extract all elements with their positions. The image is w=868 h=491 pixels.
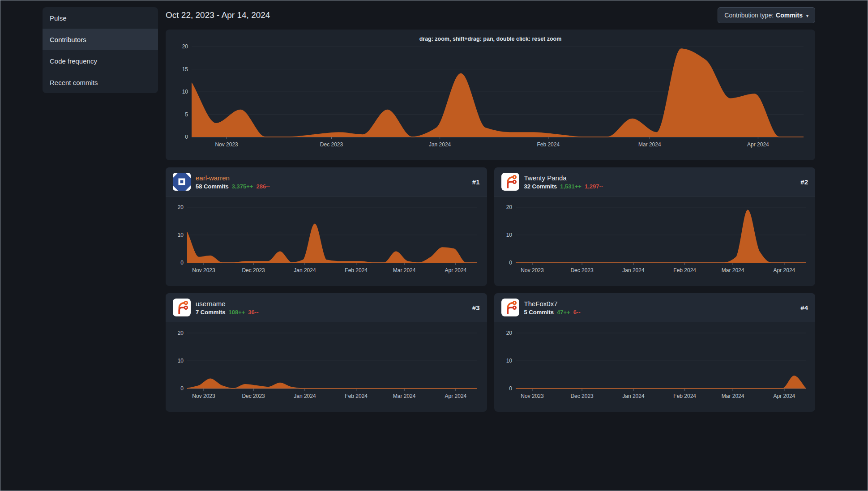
- svg-text:20: 20: [506, 330, 512, 336]
- contributor-stats: 58 Commits 3,375++ 286--: [196, 183, 467, 190]
- contributor-stats: 7 Commits 108++ 36--: [196, 309, 467, 316]
- svg-text:Feb 2024: Feb 2024: [673, 393, 696, 399]
- svg-text:Feb 2024: Feb 2024: [345, 393, 368, 399]
- chart-zoom-hint: drag: zoom, shift+drag: pan, double clic…: [173, 36, 808, 42]
- avatar-forgejo-logo: [501, 299, 519, 316]
- additions-count: 108++: [228, 309, 245, 316]
- contributor-info: earl-warren 58 Commits 3,375++ 286--: [196, 174, 467, 190]
- contributor-info: TheFox0x7 5 Commits 47++ 6--: [524, 300, 796, 316]
- sidebar-item-label: Code frequency: [50, 57, 97, 65]
- svg-text:20: 20: [182, 43, 188, 50]
- svg-text:Dec 2023: Dec 2023: [242, 267, 265, 273]
- chevron-down-icon: ▾: [806, 13, 808, 18]
- contributor-activity-chart[interactable]: 01020Nov 2023Dec 2023Jan 2024Feb 2024Mar…: [499, 196, 811, 283]
- contributor-name: TheFox0x7: [524, 300, 796, 307]
- avatar-forgejo-logo: [501, 173, 519, 191]
- contributor-info: Twenty Panda 32 Commits 1,531++ 1,297--: [524, 174, 796, 190]
- contributor-card-2: Twenty Panda 32 Commits 1,531++ 1,297-- …: [494, 167, 816, 286]
- main-content: Oct 22, 2023 - Apr 14, 2024 Contribution…: [166, 7, 815, 412]
- deletions-count: 6--: [573, 309, 581, 316]
- additions-count: 47++: [557, 309, 570, 316]
- svg-text:Feb 2024: Feb 2024: [537, 141, 560, 148]
- contributor-name-link[interactable]: earl-warren: [196, 174, 467, 182]
- rank-badge: #3: [472, 304, 480, 312]
- svg-text:20: 20: [178, 204, 184, 210]
- svg-text:10: 10: [178, 232, 184, 238]
- svg-text:Mar 2024: Mar 2024: [393, 393, 416, 399]
- contribution-type-dropdown[interactable]: Contribution type: Commits ▾: [718, 7, 815, 23]
- svg-text:Nov 2023: Nov 2023: [521, 267, 544, 273]
- contributor-grid: earl-warren 58 Commits 3,375++ 286-- #1 …: [166, 167, 815, 412]
- contributors-page: Pulse Contributors Code frequency Recent…: [0, 0, 868, 412]
- contributor-name: Twenty Panda: [524, 174, 796, 182]
- overall-activity-card: drag: zoom, shift+drag: pan, double clic…: [166, 30, 815, 160]
- additions-count: 3,375++: [232, 183, 253, 190]
- contributor-activity-chart[interactable]: 01020Nov 2023Dec 2023Jan 2024Feb 2024Mar…: [170, 322, 483, 409]
- svg-text:10: 10: [182, 89, 188, 95]
- svg-text:Dec 2023: Dec 2023: [570, 393, 594, 399]
- svg-text:Mar 2024: Mar 2024: [721, 393, 744, 399]
- svg-text:0: 0: [180, 260, 184, 266]
- svg-text:Mar 2024: Mar 2024: [393, 267, 416, 273]
- svg-text:Jan 2024: Jan 2024: [429, 141, 451, 148]
- svg-text:Jan 2024: Jan 2024: [294, 393, 316, 399]
- svg-text:0: 0: [509, 260, 512, 266]
- svg-text:Apr 2024: Apr 2024: [773, 393, 795, 399]
- avatar-identicon[interactable]: [173, 173, 191, 191]
- svg-text:Dec 2023: Dec 2023: [242, 393, 265, 399]
- svg-text:5: 5: [185, 111, 188, 118]
- rank-badge: #4: [800, 304, 808, 312]
- svg-text:Apr 2024: Apr 2024: [445, 267, 467, 273]
- avatar-forgejo-logo: [173, 299, 191, 316]
- svg-text:Nov 2023: Nov 2023: [215, 141, 238, 148]
- area-chart-svg: 01020Nov 2023Dec 2023Jan 2024Feb 2024Mar…: [170, 322, 483, 407]
- contributor-name: username: [196, 300, 467, 307]
- svg-text:Apr 2024: Apr 2024: [747, 141, 769, 148]
- sidebar-item-pulse[interactable]: Pulse: [43, 7, 158, 29]
- svg-text:Jan 2024: Jan 2024: [622, 267, 645, 273]
- svg-text:10: 10: [506, 232, 512, 238]
- svg-text:Apr 2024: Apr 2024: [445, 393, 467, 399]
- sidebar-item-recent-commits[interactable]: Recent commits: [43, 72, 158, 93]
- deletions-count: 36--: [248, 309, 258, 316]
- svg-text:0: 0: [509, 385, 512, 392]
- svg-text:10: 10: [506, 358, 512, 364]
- svg-text:Nov 2023: Nov 2023: [521, 393, 544, 399]
- area-chart-svg: 01020Nov 2023Dec 2023Jan 2024Feb 2024Mar…: [170, 196, 483, 282]
- commit-count: 58 Commits: [196, 183, 229, 190]
- svg-text:0: 0: [185, 134, 188, 140]
- contributor-header: TheFox0x7 5 Commits 47++ 6-- #4: [494, 293, 816, 322]
- contributor-info: username 7 Commits 108++ 36--: [196, 300, 467, 316]
- contributor-chart-wrap: 01020Nov 2023Dec 2023Jan 2024Feb 2024Mar…: [166, 196, 487, 286]
- contributor-header: earl-warren 58 Commits 3,375++ 286-- #1: [166, 167, 487, 196]
- svg-text:Jan 2024: Jan 2024: [622, 393, 645, 399]
- commit-count: 32 Commits: [524, 183, 557, 190]
- svg-text:Feb 2024: Feb 2024: [673, 267, 696, 273]
- svg-text:Feb 2024: Feb 2024: [345, 267, 368, 273]
- sidebar-item-contributors[interactable]: Contributors: [43, 29, 158, 50]
- contributor-stats: 5 Commits 47++ 6--: [524, 309, 796, 316]
- main-activity-chart[interactable]: 05101520Nov 2023Dec 2023Jan 2024Feb 2024…: [173, 43, 808, 157]
- sidebar: Pulse Contributors Code frequency Recent…: [43, 7, 158, 93]
- contributor-chart-wrap: 01020Nov 2023Dec 2023Jan 2024Feb 2024Mar…: [494, 196, 816, 286]
- sidebar-item-label: Recent commits: [50, 79, 98, 86]
- area-chart-svg: 05101520Nov 2023Dec 2023Jan 2024Feb 2024…: [173, 43, 808, 155]
- additions-count: 1,531++: [560, 183, 582, 190]
- topbar: Oct 22, 2023 - Apr 14, 2024 Contribution…: [166, 7, 815, 23]
- svg-text:15: 15: [182, 66, 188, 73]
- sidebar-item-code-frequency[interactable]: Code frequency: [43, 50, 158, 72]
- commit-count: 7 Commits: [196, 309, 225, 316]
- svg-text:20: 20: [506, 204, 512, 210]
- contributor-card-1: earl-warren 58 Commits 3,375++ 286-- #1 …: [166, 167, 487, 286]
- contributor-header: username 7 Commits 108++ 36-- #3: [166, 293, 487, 322]
- svg-text:Dec 2023: Dec 2023: [570, 267, 594, 273]
- contribution-type-value: Commits: [776, 12, 803, 19]
- area-chart-svg: 01020Nov 2023Dec 2023Jan 2024Feb 2024Mar…: [499, 196, 811, 282]
- svg-text:Mar 2024: Mar 2024: [638, 141, 661, 148]
- sidebar-item-label: Pulse: [50, 14, 67, 22]
- sidebar-item-label: Contributors: [50, 36, 86, 43]
- contributor-card-3: username 7 Commits 108++ 36-- #3 01020No…: [166, 293, 487, 412]
- contributor-activity-chart[interactable]: 01020Nov 2023Dec 2023Jan 2024Feb 2024Mar…: [499, 322, 811, 409]
- svg-text:10: 10: [178, 358, 184, 364]
- contributor-activity-chart[interactable]: 01020Nov 2023Dec 2023Jan 2024Feb 2024Mar…: [170, 196, 483, 283]
